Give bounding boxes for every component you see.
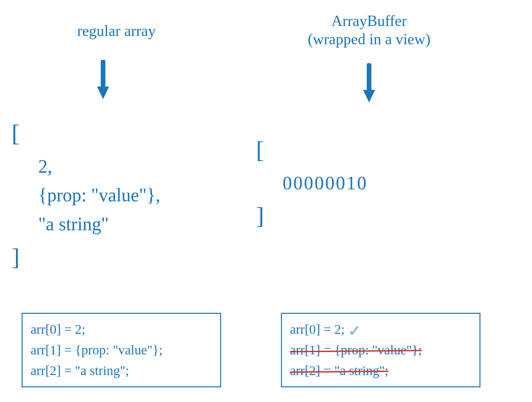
- code-text-strike: arr[2] = "a string";: [290, 363, 388, 378]
- code-line-invalid: arr[2] = "a string";: [290, 360, 471, 381]
- arraybuffer-bits: 00000010: [256, 169, 368, 198]
- array-item-string: "a string": [12, 210, 160, 239]
- code-line: arr[1] = {prop: "value"};: [31, 340, 212, 360]
- code-box-left: arr[0] = 2; arr[1] = {prop: "value"}; ar…: [22, 313, 221, 387]
- arraybuffer-literal: [ 00000010 ]: [256, 131, 368, 235]
- array-item-number: 2,: [12, 152, 160, 181]
- regular-array-literal: [ 2, {prop: "value"}, "a string" ]: [12, 115, 160, 276]
- code-text: arr[0] = 2;: [290, 322, 345, 337]
- bracket-close: ]: [256, 197, 368, 235]
- check-icon: ✓: [348, 319, 361, 343]
- code-text-strike: arr[1] = {prop: "value"};: [290, 342, 422, 357]
- code-box-right: arr[0] = 2; ✓ arr[1] = {prop: "value"}; …: [281, 313, 480, 387]
- heading-right-line1: ArrayBuffer: [332, 12, 407, 29]
- heading-right: ArrayBuffer (wrapped in a view): [289, 12, 449, 48]
- arrow-left: [93, 60, 113, 105]
- bracket-open: [: [12, 115, 160, 152]
- code-line-invalid: arr[1] = {prop: "value"};: [290, 340, 471, 360]
- code-line: arr[0] = 2;: [31, 319, 212, 340]
- code-line-valid: arr[0] = 2; ✓: [290, 319, 471, 340]
- code-line: arr[2] = "a string";: [31, 360, 212, 381]
- heading-left: regular array: [60, 22, 173, 40]
- bracket-close: ]: [12, 239, 160, 276]
- heading-right-line2: (wrapped in a view): [308, 31, 430, 48]
- bracket-open: [: [256, 131, 368, 169]
- arrow-right: [359, 63, 379, 108]
- array-item-object: {prop: "value"},: [12, 181, 160, 210]
